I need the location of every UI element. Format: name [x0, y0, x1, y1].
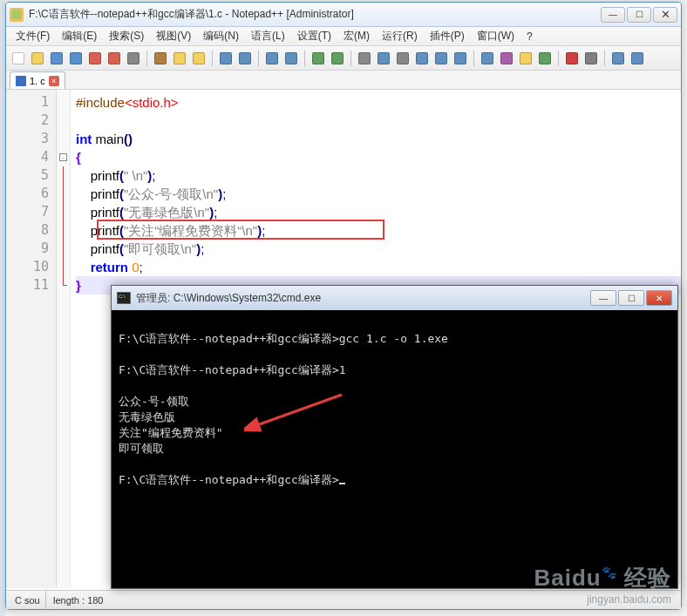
print-button[interactable] — [125, 50, 142, 67]
close-button[interactable]: ✕ — [653, 7, 677, 23]
code-line-8[interactable]: printf("关注“编程免费资料“\n"); — [76, 221, 681, 240]
toolbar-separator — [304, 51, 305, 66]
fold-toggle[interactable]: - — [59, 153, 67, 161]
cmd-minimize-button[interactable]: — — [590, 290, 616, 306]
fn-list-button[interactable] — [498, 50, 515, 67]
doc-map-button[interactable] — [479, 50, 496, 67]
code-line-3[interactable]: int main() — [76, 130, 681, 148]
save-icon — [51, 52, 63, 64]
unfold-icon — [454, 52, 466, 64]
fold-cell — [57, 93, 70, 112]
indent-guide-icon — [416, 52, 428, 64]
fold-cell — [57, 203, 70, 221]
show-all-icon — [397, 52, 409, 64]
play-fwd-button[interactable] — [609, 50, 627, 67]
code-line-5[interactable]: printf(" \n"); — [76, 166, 681, 185]
sync-button[interactable] — [356, 50, 373, 67]
tab-close-button[interactable]: × — [49, 76, 59, 86]
record-button[interactable] — [563, 50, 581, 67]
watermark-suffix: 经验 — [624, 565, 671, 591]
status-lang: C sou — [11, 591, 46, 609]
code-line-10[interactable]: return 0; — [76, 258, 681, 276]
save-all-button[interactable] — [67, 50, 85, 67]
cmd-output[interactable]: F:\C语言软件--notepad++和gcc编译器>gcc 1.c -o 1.… — [112, 310, 677, 588]
menu-search[interactable]: 搜索(S) — [103, 26, 150, 46]
menu-macro[interactable]: 宏(M) — [337, 26, 376, 46]
cmd-close-button[interactable]: ✕ — [646, 290, 672, 306]
fold-button[interactable] — [432, 50, 450, 67]
cmd-maximize-button[interactable]: ☐ — [618, 290, 644, 306]
menu-edit[interactable]: 编辑(E) — [56, 26, 103, 46]
watermark: Baidu🐾 经验 jingyan.baidu.com — [534, 563, 671, 606]
menu-view[interactable]: 视图(V) — [150, 26, 197, 46]
code-line-7[interactable]: printf("无毒绿色版\n"); — [76, 203, 681, 221]
find-button[interactable] — [263, 50, 281, 67]
code-line-4[interactable]: { — [76, 148, 681, 166]
tab-1c[interactable]: 1. c × — [10, 71, 65, 89]
titlebar[interactable]: F:\C语言软件--notepad++和gcc编译器\1.c - Notepad… — [6, 3, 681, 27]
paste-icon — [193, 52, 205, 64]
code-line-1[interactable]: #include<stdio.h> — [76, 93, 681, 112]
maximize-button[interactable]: ☐ — [627, 7, 651, 23]
cut-icon — [154, 52, 167, 64]
menu-run[interactable]: 运行(R) — [376, 26, 424, 46]
cmd-cursor — [339, 483, 345, 484]
doc-map-icon — [481, 52, 493, 64]
line-number: 1 — [10, 93, 49, 112]
indent-guide-button[interactable] — [413, 50, 431, 67]
cmd-titlebar[interactable]: 管理员: C:\Windows\System32\cmd.exe — ☐ ✕ — [112, 286, 677, 310]
menu-file[interactable]: 文件(F) — [10, 26, 56, 46]
play-button[interactable] — [582, 50, 600, 67]
paw-icon: 🐾 — [602, 565, 617, 579]
zoom-in-button[interactable] — [309, 50, 327, 67]
new-button[interactable] — [10, 50, 27, 67]
word-wrap-button[interactable] — [375, 50, 392, 67]
save-button[interactable] — [48, 50, 65, 67]
toolbar-separator — [350, 51, 351, 66]
cut-button[interactable] — [152, 50, 169, 67]
copy-icon — [173, 52, 186, 64]
open-button[interactable] — [29, 50, 46, 67]
play-back-button[interactable] — [629, 50, 646, 67]
document-tabbar: 1. c × — [6, 71, 681, 90]
copy-button[interactable] — [171, 50, 188, 67]
fold-cell — [57, 166, 70, 185]
toolbar-separator — [558, 51, 559, 66]
menu-help[interactable]: ? — [520, 28, 539, 45]
code-line-6[interactable]: printf("公众-号-领取\n"); — [76, 185, 681, 203]
menu-encoding[interactable]: 编码(N) — [197, 26, 245, 46]
close-all-button[interactable] — [105, 50, 123, 67]
line-number: 5 — [10, 166, 49, 185]
replace-icon — [285, 52, 297, 64]
replace-button[interactable] — [282, 50, 300, 67]
folder-button[interactable] — [517, 50, 534, 67]
fold-cell — [57, 112, 70, 130]
find-icon — [266, 52, 278, 64]
menu-language[interactable]: 语言(L) — [245, 26, 291, 46]
monitor-button[interactable] — [536, 50, 554, 67]
menu-plugins[interactable]: 插件(P) — [424, 26, 471, 46]
word-wrap-icon — [378, 52, 390, 64]
code-line-2[interactable] — [76, 112, 681, 130]
code-line-9[interactable]: printf("即可领取\n"); — [76, 240, 681, 258]
undo-icon — [220, 52, 232, 64]
menu-window[interactable]: 窗口(W) — [471, 26, 520, 46]
menu-settings[interactable]: 设置(T) — [291, 26, 337, 46]
save-state-icon — [16, 76, 26, 86]
status-length: length : 180 — [50, 591, 137, 609]
redo-button[interactable] — [236, 50, 254, 67]
line-number: 4 — [10, 148, 49, 166]
unfold-button[interactable] — [452, 50, 469, 67]
line-number: 6 — [10, 185, 49, 203]
undo-button[interactable] — [217, 50, 235, 67]
zoom-out-button[interactable] — [329, 50, 346, 67]
show-all-button[interactable] — [394, 50, 412, 67]
cmd-title: 管理员: C:\Windows\System32\cmd.exe — [136, 291, 588, 306]
window-title: F:\C语言软件--notepad++和gcc编译器\1.c - Notepad… — [29, 7, 601, 22]
minimize-button[interactable]: — — [601, 7, 625, 23]
watermark-url: jingyan.baidu.com — [534, 593, 671, 606]
toolbar-separator — [258, 51, 259, 66]
paste-button[interactable] — [190, 50, 207, 67]
close-button[interactable] — [86, 50, 104, 67]
fn-list-icon — [500, 52, 513, 64]
